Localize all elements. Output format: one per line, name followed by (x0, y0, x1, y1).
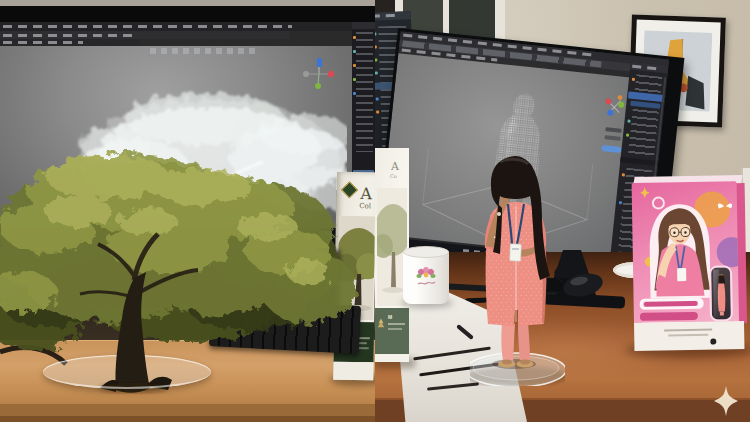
box-logo-dot (710, 339, 716, 345)
menu-bar (0, 22, 375, 31)
pink-product-box (631, 175, 748, 355)
sparkle-watermark-icon (710, 386, 742, 416)
box-front (632, 181, 739, 325)
axis-gizmo-icon (300, 54, 338, 92)
right-photo: A Co M (375, 0, 750, 422)
brand-word: Col (359, 202, 371, 210)
box-window (709, 265, 733, 321)
left-photo: A Col M (0, 0, 375, 422)
toolbar-row (0, 31, 290, 39)
mug (403, 250, 449, 304)
desk-shadow-strip (0, 416, 375, 422)
toolbar-row-2 (0, 39, 140, 46)
photo-collage: A Col M (0, 0, 750, 422)
mug-emblem (415, 262, 437, 292)
acrylic-base-rim (43, 355, 211, 389)
box-bottom-band (634, 321, 744, 351)
id-badge (510, 244, 522, 261)
figurine (470, 140, 565, 386)
miniature-tree-model (0, 122, 360, 394)
viewport-toolbar-icons (150, 48, 260, 54)
box-subtitle-bar (640, 312, 698, 321)
brand-initial: A (360, 184, 372, 203)
window-gloss (713, 269, 720, 317)
